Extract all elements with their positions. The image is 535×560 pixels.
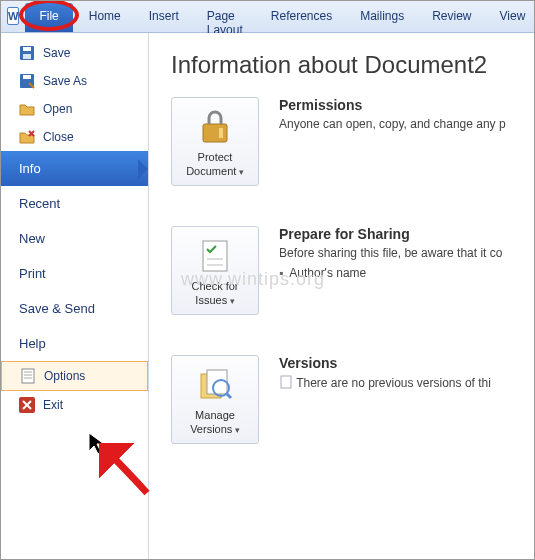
sidebar-options[interactable]: Options <box>1 361 148 391</box>
sidebar-info[interactable]: Info <box>1 151 148 186</box>
svg-rect-1 <box>23 47 31 51</box>
sidebar-save-send[interactable]: Save & Send <box>1 291 148 326</box>
versions-icon <box>195 364 235 404</box>
sidebar-print[interactable]: Print <box>1 256 148 291</box>
sidebar-new[interactable]: New <box>1 221 148 256</box>
ribbon-tabstrip: W File Home Insert Page Layout Reference… <box>1 1 534 33</box>
sidebar-save[interactable]: Save <box>1 39 148 67</box>
versions-heading: Versions <box>279 355 491 371</box>
tab-file[interactable]: File <box>25 3 72 32</box>
tab-review[interactable]: Review <box>418 1 485 32</box>
section-versions: Manage Versions Versions There are no pr… <box>171 355 534 444</box>
sidebar-help[interactable]: Help <box>1 326 148 361</box>
svg-rect-15 <box>219 128 223 138</box>
svg-rect-7 <box>22 369 34 383</box>
sidebar-open[interactable]: Open <box>1 95 148 123</box>
prepare-text: Before sharing this file, be aware that … <box>279 246 502 260</box>
svg-rect-2 <box>23 54 31 59</box>
backstage-main: Information about Document2 Protect Docu… <box>149 33 534 559</box>
section-prepare: Check for Issues Prepare for Sharing Bef… <box>171 226 534 315</box>
sidebar-save-as-label: Save As <box>43 74 87 88</box>
svg-rect-16 <box>203 241 227 271</box>
svg-line-22 <box>226 393 231 398</box>
svg-rect-23 <box>281 376 291 388</box>
save-as-icon <box>19 73 35 89</box>
section-permissions: Protect Document Permissions Anyone can … <box>171 97 534 186</box>
protect-document-button[interactable]: Protect Document <box>171 97 259 186</box>
sidebar-save-label: Save <box>43 46 70 60</box>
check-issues-button[interactable]: Check for Issues <box>171 226 259 315</box>
close-icon <box>19 129 35 145</box>
tab-page-layout[interactable]: Page Layout <box>193 1 257 32</box>
sidebar-open-label: Open <box>43 102 72 116</box>
page-title: Information about Document2 <box>171 51 534 79</box>
sidebar-recent[interactable]: Recent <box>1 186 148 221</box>
document-version-icon <box>279 375 293 389</box>
permissions-text: Anyone can open, copy, and change any p <box>279 117 506 131</box>
sidebar-close-label: Close <box>43 130 74 144</box>
sidebar-save-as[interactable]: Save As <box>1 67 148 95</box>
versions-text: There are no previous versions of thi <box>279 375 491 390</box>
backstage-sidebar: Save Save As Open Close Info Recent New … <box>1 33 149 559</box>
tab-view[interactable]: View <box>486 1 535 32</box>
sidebar-options-label: Options <box>44 369 85 383</box>
word-app-icon: W <box>7 7 19 25</box>
save-icon <box>19 45 35 61</box>
sidebar-exit[interactable]: Exit <box>1 391 148 419</box>
tab-mailings[interactable]: Mailings <box>346 1 418 32</box>
protect-document-label: Protect Document <box>176 150 254 179</box>
tab-file-label: File <box>39 9 58 23</box>
checklist-icon <box>195 235 235 275</box>
svg-rect-4 <box>23 75 31 79</box>
manage-versions-button[interactable]: Manage Versions <box>171 355 259 444</box>
open-icon <box>19 101 35 117</box>
options-icon <box>20 368 36 384</box>
manage-versions-label: Manage Versions <box>176 408 254 437</box>
exit-icon <box>19 397 35 413</box>
permissions-heading: Permissions <box>279 97 506 113</box>
svg-rect-14 <box>203 124 227 142</box>
tab-references[interactable]: References <box>257 1 346 32</box>
sidebar-exit-label: Exit <box>43 398 63 412</box>
tab-insert[interactable]: Insert <box>135 1 193 32</box>
sidebar-close[interactable]: Close <box>1 123 148 151</box>
check-issues-label: Check for Issues <box>176 279 254 308</box>
prepare-bullet: Author's name <box>279 266 502 280</box>
tab-home[interactable]: Home <box>75 1 135 32</box>
lock-icon <box>195 106 235 146</box>
prepare-heading: Prepare for Sharing <box>279 226 502 242</box>
